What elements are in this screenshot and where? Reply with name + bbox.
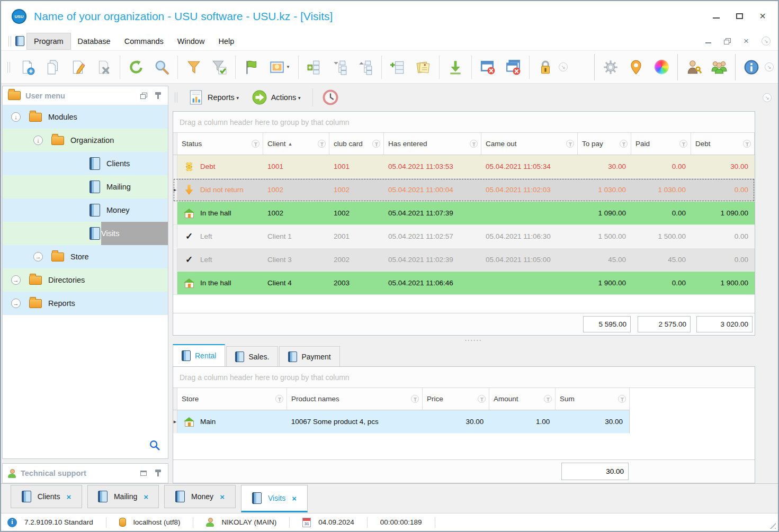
tree-item[interactable]: Store [3, 245, 168, 268]
toolbar-overflow-icon[interactable]: ↘ [762, 37, 771, 46]
column-header[interactable]: Amount [489, 388, 556, 410]
filter-funnel-icon[interactable] [470, 140, 478, 148]
table-row[interactable]: Left Client 1 2001 05.04.2021 11:02:57 0… [173, 225, 755, 248]
report-toolbar-grip[interactable] [175, 92, 177, 103]
close-window-button[interactable] [476, 54, 500, 80]
filter-funnel-icon[interactable] [252, 140, 259, 148]
tree-expander-icon[interactable] [11, 275, 21, 285]
time-button[interactable] [319, 87, 342, 108]
close-button[interactable]: × [757, 11, 768, 21]
window-tab[interactable]: Visits × [241, 485, 308, 512]
tab-close-icon[interactable]: × [144, 492, 148, 501]
column-header[interactable]: To pay ▲ [578, 133, 631, 155]
menu-item[interactable]: Program [26, 33, 71, 50]
window-tab[interactable]: Money × [164, 485, 236, 508]
table-row[interactable]: In the hall 1002 1002 05.04.2021 11:07:3… [173, 202, 755, 225]
edit-record-button[interactable] [66, 54, 91, 80]
column-header[interactable]: Came out ▲ [481, 133, 578, 155]
tab-close-icon[interactable]: × [220, 492, 225, 501]
column-header[interactable]: Paid ▲ [631, 133, 691, 155]
copy-record-button[interactable] [41, 54, 65, 80]
close-all-windows-button[interactable] [501, 54, 525, 80]
refresh-button[interactable] [124, 54, 148, 80]
tree-expander-icon[interactable] [11, 112, 21, 122]
export-button[interactable] [443, 54, 468, 80]
image-button[interactable]: ▼ [265, 54, 294, 80]
column-header[interactable]: Status ▲ [177, 133, 263, 155]
filter-funnel-icon[interactable] [566, 140, 574, 148]
column-header[interactable]: club card ▲ [329, 133, 384, 155]
tab-close-icon[interactable]: × [67, 492, 71, 501]
image-dropdown-icon[interactable]: ▼ [286, 65, 290, 69]
filter-apply-button[interactable] [207, 54, 231, 80]
toolbar-overflow-icon[interactable]: ↘ [559, 62, 568, 71]
tree-item[interactable]: Reports [3, 292, 168, 315]
tree-expander-icon[interactable] [33, 252, 43, 262]
colors-button[interactable] [649, 54, 674, 80]
filter-funnel-icon[interactable] [372, 140, 380, 148]
detail-tab[interactable]: Rental [173, 344, 225, 366]
column-header[interactable]: Sum [556, 388, 630, 410]
filter-funnel-icon[interactable] [618, 395, 626, 403]
menu-item[interactable]: Database [71, 33, 118, 49]
actions-menu-button[interactable]: Actions ▼ [248, 87, 307, 107]
mdi-close-button[interactable]: × [744, 36, 749, 47]
user-rights-button[interactable] [682, 54, 706, 80]
location-button[interactable] [624, 54, 648, 80]
panel-pin-button[interactable] [153, 92, 163, 100]
menu-item[interactable]: Window [171, 33, 212, 49]
table-row[interactable]: Left Client 3 2002 05.04.2021 11:02:39 0… [173, 248, 755, 272]
tree-expander-icon[interactable] [11, 299, 21, 308]
tree-item[interactable]: Mailing [3, 175, 168, 199]
filter-funnel-icon[interactable] [411, 395, 419, 403]
info-button[interactable] [739, 54, 764, 80]
maximize-button[interactable] [733, 11, 745, 21]
minimize-button[interactable] [710, 11, 722, 21]
window-tab[interactable]: Mailing × [87, 485, 159, 508]
detail-tab[interactable]: Payment [279, 346, 339, 366]
table-row[interactable]: Main 10067 Some product 4, pcs 30.00 1.0… [173, 410, 630, 434]
column-header[interactable]: Store [177, 388, 287, 410]
table-row[interactable]: In the hall Client 4 2003 05.04.2021 11:… [173, 272, 755, 295]
collapse-tree-button[interactable] [328, 54, 352, 80]
toolbar-overflow-icon[interactable]: ↘ [763, 93, 772, 102]
group-by-hint[interactable]: Drag a column header here to group by th… [173, 367, 755, 388]
table-row[interactable]: Did not return 1002 1002 05.04.2021 11:0… [173, 178, 755, 202]
tree-expander-icon[interactable] [33, 136, 43, 145]
toolbar-grip[interactable] [7, 62, 10, 73]
panel-pin-button[interactable] [153, 469, 163, 477]
settings-button[interactable] [598, 54, 623, 80]
mdi-minimize-button[interactable] [705, 39, 711, 43]
filter-funnel-icon[interactable] [743, 140, 751, 148]
reports-menu-button[interactable]: Reports ▼ [185, 87, 245, 107]
lock-button[interactable] [533, 54, 558, 80]
filter-funnel-icon[interactable] [275, 395, 283, 403]
notes-button[interactable] [411, 54, 435, 80]
filter-funnel-icon[interactable] [679, 140, 687, 148]
group-by-hint[interactable]: Drag a column header here to group by th… [173, 112, 755, 133]
tree-item[interactable]: Visits [3, 222, 168, 245]
users-button[interactable] [707, 54, 731, 80]
panel-expand-button[interactable] [139, 469, 148, 477]
tree-item[interactable]: Organization [3, 129, 168, 152]
add-record-button[interactable] [15, 54, 40, 80]
tree-item[interactable]: Modules [3, 105, 168, 129]
filter-funnel-icon[interactable] [620, 140, 628, 148]
menu-item[interactable]: Commands [118, 33, 171, 49]
delete-record-button[interactable] [92, 54, 116, 80]
filter-button[interactable] [182, 54, 206, 80]
add-list-button[interactable] [302, 54, 327, 80]
add-table-button[interactable] [386, 54, 410, 80]
filter-funnel-icon[interactable] [478, 395, 486, 403]
technical-support-panel[interactable]: Technical support [2, 463, 168, 483]
column-header[interactable]: Debt ▲ [691, 133, 755, 155]
window-tab[interactable]: Clients × [11, 485, 82, 508]
tree-item[interactable]: Money [3, 199, 168, 222]
tree-item[interactable]: Clients [3, 152, 168, 175]
toolbar-overflow-icon[interactable]: ↘ [765, 62, 774, 71]
menu-item[interactable]: Help [211, 33, 241, 49]
table-row[interactable]: Debt 1001 1001 05.04.2021 11:03:53 05.04… [173, 155, 755, 178]
column-header[interactable]: Price [423, 388, 489, 410]
expand-tree-button[interactable] [353, 54, 378, 80]
filter-funnel-icon[interactable] [544, 395, 552, 403]
